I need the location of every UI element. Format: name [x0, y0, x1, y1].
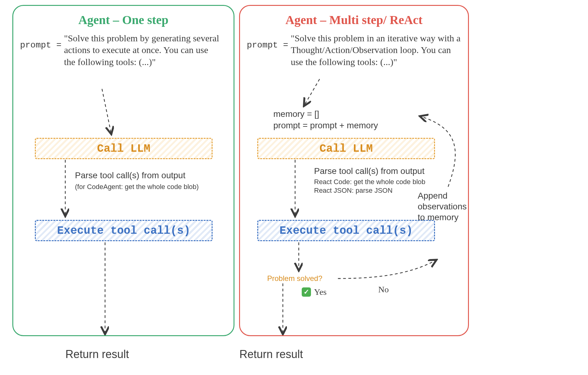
return-result-right: Return result — [239, 348, 303, 361]
panel-react: Agent – Multi step/ ReAct prompt = "Solv… — [239, 5, 469, 336]
panel-title-left: Agent – One step — [13, 13, 234, 27]
execute-box-left: Execute tool call(s) — [35, 220, 213, 241]
prompt-label-right: prompt = — [247, 40, 288, 50]
parse-note-right: Parse tool call(s) from output — [314, 166, 424, 176]
return-result-left: Return result — [65, 348, 129, 361]
react-code-note: React Code: get the whole code blob — [314, 178, 425, 186]
memory-init: memory = [] — [273, 109, 319, 119]
append-observations-label: Append observations to memory — [418, 190, 470, 223]
codeagent-note-left: (for CodeAgent: get the whole code blob) — [75, 183, 199, 191]
execute-box-right: Execute tool call(s) — [257, 220, 435, 241]
call-llm-box-left: Call LLM — [35, 138, 213, 159]
yes-label: Yes — [314, 287, 327, 297]
no-branch: No — [378, 285, 389, 295]
call-llm-box-right: Call LLM — [257, 138, 435, 159]
prompt-row-right: prompt = "Solve this problem in an itera… — [247, 32, 463, 68]
prompt-text-left: "Solve this problem by generating severa… — [64, 32, 221, 68]
prompt-update: prompt = prompt + memory — [273, 121, 378, 130]
panel-one-step: Agent – One step prompt = "Solve this pr… — [12, 5, 234, 336]
prompt-row-left: prompt = "Solve this problem by generati… — [20, 32, 221, 68]
prompt-text-right: "Solve this problem in an iterative way … — [291, 32, 463, 68]
react-json-note: React JSON: parse JSON — [314, 187, 392, 195]
parse-note-left: Parse tool call(s) from output — [75, 171, 185, 180]
problem-solved-label: Problem solved? — [267, 274, 322, 283]
panel-title-right: Agent – Multi step/ ReAct — [240, 13, 468, 27]
prompt-label-left: prompt = — [20, 40, 61, 50]
check-icon: ✓ — [302, 287, 311, 297]
yes-branch: ✓ Yes — [302, 287, 327, 297]
